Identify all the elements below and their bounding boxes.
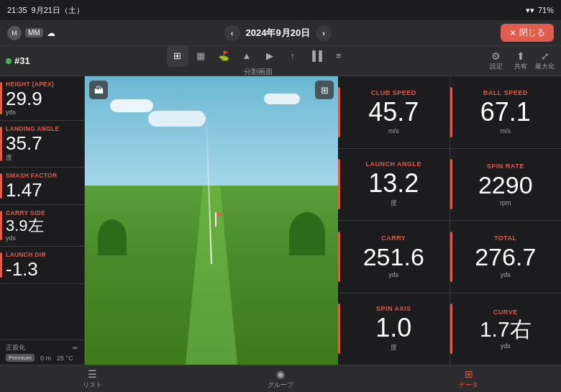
tab-triangle[interactable]: ▲ <box>236 45 257 67</box>
cloud-3 <box>264 94 300 104</box>
tab-play[interactable]: ▶ <box>259 45 280 67</box>
top-nav-center: ‹ 2024年9月20日 › <box>224 25 332 41</box>
stat-carry-side: CARRY SIDE 3.9左 yds <box>0 205 84 247</box>
card-club-speed: CLUB SPEED 45.7 m/s <box>338 76 450 148</box>
expand-icon[interactable]: ⤢ 最大化 <box>535 51 555 71</box>
top-nav-right: ✕ 閉じる <box>501 24 554 42</box>
avatar[interactable]: M <box>7 26 22 40</box>
bottom-tab-group[interactable]: ◉ グループ <box>259 367 302 391</box>
edit-icon[interactable]: ✏ <box>73 345 78 352</box>
main-content: HEIGHT (APEX) 29.9 yds LANDING ANGLE 35.… <box>0 76 561 365</box>
course-image: 🏔 ⊞ <box>85 76 338 365</box>
close-button[interactable]: ✕ 閉じる <box>501 24 554 42</box>
photo-icon[interactable]: 🏔 <box>89 81 108 99</box>
premium-badge: Premium <box>6 354 35 362</box>
tab-grid[interactable]: ⊞ <box>167 45 188 67</box>
sub-nav-right: ⚙ 設定 ⬆ 共有 ⤢ 最大化 <box>486 51 555 71</box>
left-sidebar: HEIGHT (APEX) 29.9 yds LANDING ANGLE 35.… <box>0 76 85 365</box>
tab-area: ⊞ ▦ ⛳ ▲ ▶ ↑ ▐▐ ≡ 分割画面 <box>167 45 350 77</box>
sub-nav-left: #31 <box>6 55 30 66</box>
bottom-bar: ☰ リスト ◉ グループ ⊞ データ <box>0 365 561 392</box>
cloud-2 <box>148 111 206 127</box>
settings-icon[interactable]: ⚙ 設定 <box>486 51 506 71</box>
stat-landing-angle: LANDING ANGLE 35.7 度 <box>0 121 84 168</box>
group-icon: ◉ <box>276 368 285 380</box>
tab-table[interactable]: ▦ <box>190 45 211 67</box>
status-time: 21:35 <box>7 6 27 14</box>
status-right: ▾▾ 71% <box>526 6 554 15</box>
sky <box>85 76 338 191</box>
right-stats: CLUB SPEED 45.7 m/s BALL SPEED 67.1 m/s … <box>338 76 561 365</box>
battery-pct: 71% <box>538 6 554 14</box>
card-total: TOTAL 276.7 yds <box>450 221 562 293</box>
card-launch-angle: LAUNCH ANGLE 13.2 度 <box>338 149 450 221</box>
tab-list[interactable]: ≡ <box>328 45 350 67</box>
tab-bars[interactable]: ▐▐ <box>305 45 327 67</box>
data-icon: ⊞ <box>465 368 473 380</box>
normalize-label: 正規化 <box>6 343 25 352</box>
stat-smash-factor: SMASH FACTOR 1.47 <box>0 168 84 205</box>
next-arrow[interactable]: › <box>316 25 332 41</box>
prev-arrow[interactable]: ‹ <box>224 25 240 41</box>
sub-nav-tabs: ⊞ ▦ ⛳ ▲ ▶ ↑ ▐▐ ≡ <box>167 45 350 67</box>
center-label: 分割画面 <box>244 67 273 77</box>
top-nav: M MM ☁ ‹ 2024年9月20日 › ✕ 閉じる <box>0 20 561 46</box>
bottom-tab-data[interactable]: ⊞ データ <box>450 367 487 391</box>
card-spin-axis: SPIN AXIS 1.0 度 <box>338 293 450 365</box>
list-icon: ☰ <box>88 368 97 380</box>
left-footer: 正規化 ✏ Premium 0 m 25 °C <box>0 339 84 365</box>
distance-label: 0 m <box>40 355 51 362</box>
date-label: 2024年9月20日 <box>246 27 311 40</box>
cloud-1 <box>110 99 153 112</box>
status-left: 21:35 9月21日（土） <box>7 5 84 16</box>
temp-label: 25 °C <box>57 355 73 362</box>
grid-overlay-button[interactable]: ⊞ <box>315 81 334 99</box>
trees-left <box>98 219 127 255</box>
flag <box>215 212 216 227</box>
card-spin-rate: SPIN RATE 2290 rpm <box>450 149 562 221</box>
card-carry: CARRY 251.6 yds <box>338 221 450 293</box>
tab-up[interactable]: ↑ <box>282 45 304 67</box>
top-nav-left: M MM ☁ <box>7 26 55 40</box>
card-curve: CURVE 1.7右 yds <box>450 293 562 365</box>
card-ball-speed: BALL SPEED 67.1 m/s <box>450 76 562 148</box>
wifi-icon: ▾▾ <box>526 6 534 15</box>
cloud-icon: ☁ <box>47 28 55 38</box>
mm-badge[interactable]: MM <box>25 28 43 37</box>
stat-launch-dir: LAUNCH DIR -1.3 <box>0 247 84 284</box>
trees-right <box>289 212 325 255</box>
close-icon: ✕ <box>509 28 516 38</box>
active-dot <box>6 58 12 64</box>
status-bar: 21:35 9月21日（土） ▾▾ 71% <box>0 0 561 20</box>
status-date: 9月21日（土） <box>32 5 84 16</box>
share-icon[interactable]: ⬆ 共有 <box>511 51 531 71</box>
stat-height-apex: HEIGHT (APEX) 29.9 yds <box>0 76 84 121</box>
sub-nav: #31 ⊞ ▦ ⛳ ▲ ▶ ↑ ▐▐ ≡ 分割画面 ⚙ 設定 ⬆ 共有 ⤢ 最大… <box>0 46 561 76</box>
bottom-tab-list[interactable]: ☰ リスト <box>74 367 111 391</box>
tab-golf[interactable]: ⛳ <box>213 45 234 67</box>
shot-label: #31 <box>6 55 30 66</box>
